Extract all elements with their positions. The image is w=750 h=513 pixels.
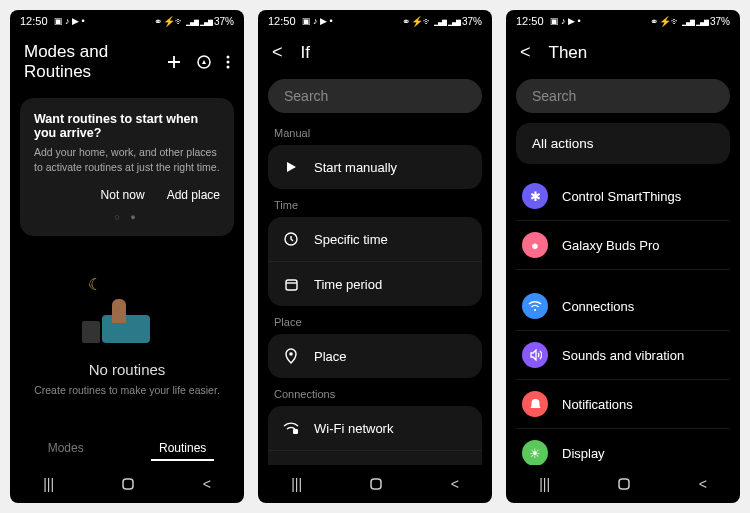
add-icon[interactable] (166, 54, 182, 70)
item-sounds[interactable]: Sounds and vibration (516, 331, 730, 380)
notifications-icon (522, 391, 548, 417)
svg-rect-6 (286, 280, 297, 290)
status-right-icons: ⚭ ⚡ ᯤ ▁▃▅ ▁▃▅ (650, 16, 708, 27)
svg-rect-10 (371, 479, 381, 489)
screen-modes-routines: 12:50 ▣ ♪ ▶ • ⚭ ⚡ ᯤ ▁▃▅ ▁▃▅ 37% Modes an… (10, 10, 244, 503)
nav-back-icon[interactable]: < (203, 476, 211, 492)
screen-then: 12:50 ▣ ♪ ▶ • ⚭ ⚡ ᯤ ▁▃▅ ▁▃▅ 37% < Then S… (506, 10, 740, 503)
status-left-icons: ▣ ♪ ▶ • (54, 16, 85, 26)
item-label: Time period (314, 277, 382, 292)
empty-subtitle: Create routines to make your life easier… (34, 384, 220, 396)
back-icon[interactable]: < (272, 42, 283, 63)
nav-back-icon[interactable]: < (451, 476, 459, 492)
more-icon[interactable] (226, 54, 230, 70)
page-title: If (301, 43, 478, 63)
tab-modes[interactable]: Modes (40, 437, 92, 461)
item-label: Connections (562, 299, 634, 314)
sounds-icon (522, 342, 548, 368)
status-bar: 12:50 ▣ ♪ ▶ • ⚭ ⚡ ᯤ ▁▃▅ ▁▃▅ 37% (506, 10, 740, 32)
section-place: Place (258, 308, 492, 332)
item-notifications[interactable]: Notifications (516, 380, 730, 429)
item-time-period[interactable]: Time period (268, 262, 482, 306)
card-title: Want routines to start when you arrive? (34, 112, 220, 140)
all-actions-button[interactable]: All actions (516, 123, 730, 164)
item-label: Specific time (314, 232, 388, 247)
svg-point-1 (227, 56, 230, 59)
status-bar: 12:50 ▣ ♪ ▶ • ⚭ ⚡ ᯤ ▁▃▅ ▁▃▅ 37% (258, 10, 492, 32)
section-manual: Manual (258, 119, 492, 143)
nav-home-icon[interactable] (616, 476, 632, 492)
section-time: Time (258, 191, 492, 215)
nav-recents-icon[interactable]: ||| (291, 476, 302, 492)
nav-bar: ||| < (506, 465, 740, 503)
svg-rect-4 (123, 479, 133, 489)
play-icon (282, 158, 300, 176)
item-label: Notifications (562, 397, 633, 412)
explore-icon[interactable] (196, 54, 212, 70)
item-connections[interactable]: Connections (516, 282, 730, 331)
location-icon (282, 347, 300, 365)
status-right-icons: ⚭ ⚡ ᯤ ▁▃▅ ▁▃▅ (154, 16, 212, 27)
item-wifi-strength[interactable]: Wi-Fi strength (268, 451, 482, 465)
header: < If (258, 32, 492, 73)
wifi-lock-icon (282, 419, 300, 437)
svg-rect-13 (619, 479, 629, 489)
status-right-icons: ⚭ ⚡ ᯤ ▁▃▅ ▁▃▅ (402, 16, 460, 27)
page-title: Then (549, 43, 726, 63)
bottom-tabs: Modes Routines (10, 427, 244, 465)
header: < Then (506, 32, 740, 73)
nav-home-icon[interactable] (368, 476, 384, 492)
status-battery: 37% (710, 16, 730, 27)
suggestion-card: Want routines to start when you arrive? … (20, 98, 234, 236)
item-start-manually[interactable]: Start manually (268, 145, 482, 189)
item-label: Display (562, 446, 605, 461)
item-smartthings[interactable]: ✱ Control SmartThings (516, 172, 730, 221)
nav-home-icon[interactable] (120, 476, 136, 492)
back-icon[interactable]: < (520, 42, 531, 63)
status-battery: 37% (462, 16, 482, 27)
smartthings-icon: ✱ (522, 183, 548, 209)
item-label: Start manually (314, 160, 397, 175)
not-now-button[interactable]: Not now (101, 188, 145, 202)
status-battery: 37% (214, 16, 234, 27)
nav-recents-icon[interactable]: ||| (539, 476, 550, 492)
status-left-icons: ▣ ♪ ▶ • (302, 16, 333, 26)
empty-title: No routines (89, 361, 166, 378)
header: Modes and Routines (10, 32, 244, 92)
connections-icon (522, 293, 548, 319)
item-label: Galaxy Buds Pro (562, 238, 660, 253)
search-input[interactable]: Search (516, 79, 730, 113)
empty-state: ☾ No routines Create routines to make yo… (10, 242, 244, 427)
nav-back-icon[interactable]: < (699, 476, 707, 492)
item-label: Place (314, 349, 347, 364)
status-left-icons: ▣ ♪ ▶ • (550, 16, 581, 26)
svg-point-2 (227, 61, 230, 64)
add-place-button[interactable]: Add place (167, 188, 220, 202)
buds-icon: ● (522, 232, 548, 258)
search-input[interactable]: Search (268, 79, 482, 113)
item-specific-time[interactable]: Specific time (268, 217, 482, 262)
item-place[interactable]: Place (268, 334, 482, 378)
nav-bar: ||| < (258, 465, 492, 503)
status-time: 12:50 (516, 15, 544, 27)
calendar-icon (282, 275, 300, 293)
pager-dots[interactable]: ○ ● (34, 212, 220, 222)
item-buds[interactable]: ● Galaxy Buds Pro (516, 221, 730, 270)
svg-rect-8 (293, 429, 298, 434)
screen-if: 12:50 ▣ ♪ ▶ • ⚭ ⚡ ᯤ ▁▃▅ ▁▃▅ 37% < If Sea… (258, 10, 492, 503)
nav-recents-icon[interactable]: ||| (43, 476, 54, 492)
item-display[interactable]: ☀ Display (516, 429, 730, 465)
section-connections: Connections (258, 380, 492, 404)
tab-routines[interactable]: Routines (151, 437, 214, 461)
item-label: Wi-Fi network (314, 421, 393, 436)
item-label: Sounds and vibration (562, 348, 684, 363)
status-bar: 12:50 ▣ ♪ ▶ • ⚭ ⚡ ᯤ ▁▃▅ ▁▃▅ 37% (10, 10, 244, 32)
item-label: Control SmartThings (562, 189, 681, 204)
svg-point-3 (227, 66, 230, 69)
clock-icon (282, 230, 300, 248)
nav-bar: ||| < (10, 465, 244, 503)
status-time: 12:50 (268, 15, 296, 27)
svg-point-11 (534, 308, 536, 310)
display-icon: ☀ (522, 440, 548, 465)
item-wifi-network[interactable]: Wi-Fi network (268, 406, 482, 451)
